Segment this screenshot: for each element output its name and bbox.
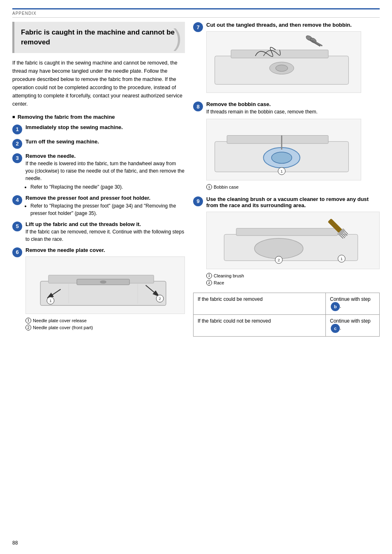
step-7-title: Cut out the tangled threads, and then re… xyxy=(206,22,352,28)
svg-text:1: 1 xyxy=(341,256,343,261)
step-3-body: If the needle is lowered into the fabric… xyxy=(25,160,185,182)
step-6-content: Remove the needle plate cover. xyxy=(25,247,185,332)
step-4-title: Remove the presser foot and presser foot… xyxy=(25,195,150,201)
table-action-2: Continue with step c. xyxy=(326,315,379,336)
step-9-title: Use the cleaning brush or a vacuum clean… xyxy=(206,196,369,208)
step-9-cap-1-circle: 1 xyxy=(206,273,212,279)
step-9-cap-1-text: Cleaning brush xyxy=(214,272,244,280)
step-9: 9 Use the cleaning brush or a vacuum cle… xyxy=(193,196,380,287)
intro-paragraph: If the fabric is caught in the sewing ma… xyxy=(12,59,185,108)
step-8-cap-text: Bobbin case xyxy=(214,184,239,191)
step-ref-b: b xyxy=(331,302,340,311)
step-6-badge: 6 xyxy=(12,247,22,257)
table-row-2: If the fabric could not be removed Conti… xyxy=(194,315,379,336)
decision-table: If the fabric could be removed Continue … xyxy=(193,293,380,337)
step-1-content: Immediately stop the sewing machine. xyxy=(25,124,185,130)
step-7-content: Cut out the tangled threads, and then re… xyxy=(206,22,361,96)
step-4: 4 Remove the presser foot and presser fo… xyxy=(12,195,185,217)
step-8-content: Remove the bobbin case. If threads remai… xyxy=(206,101,361,191)
step-9-cap-2-circle: 2 xyxy=(206,280,212,286)
svg-text:2: 2 xyxy=(159,296,161,301)
step-6-captions: 1 Needle plate cover release 2 Needle pl… xyxy=(25,317,185,332)
step-4-content: Remove the presser foot and presser foot… xyxy=(25,195,185,217)
cap-2-circle: 2 xyxy=(25,325,31,330)
step-9-cap-2-text: Race xyxy=(214,279,224,287)
appendix-label: APPENDIX xyxy=(12,11,380,18)
table-condition-1: If the fabric could be removed xyxy=(194,293,326,314)
svg-text:1: 1 xyxy=(49,298,51,303)
step-6-title: Remove the needle plate cover. xyxy=(25,247,105,253)
step-4-badge: 4 xyxy=(12,195,22,205)
step-3-bullet: Refer to "Replacing the needle" (page 30… xyxy=(30,183,185,191)
step-8-badge: 8 xyxy=(193,102,203,111)
page-number: 88 xyxy=(12,540,18,546)
cap-1-text: Needle plate cover release xyxy=(33,317,87,325)
table-action-1: Continue with step b. xyxy=(326,293,379,314)
page-title: Fabric is caught in the machine and cann… xyxy=(21,28,178,47)
step-9-captions: 1 Cleaning brush 2 Race xyxy=(206,272,380,287)
step-2-badge: 2 xyxy=(12,139,22,149)
svg-rect-17 xyxy=(311,39,323,46)
step-3-title: Remove the needle. xyxy=(25,153,76,159)
svg-rect-21 xyxy=(227,135,328,143)
step-3-content: Remove the needle. If the needle is lowe… xyxy=(25,153,185,191)
step-8-body: If threads remain in the bobbin case, re… xyxy=(206,108,361,115)
step-8-diagram: 1 xyxy=(206,119,361,180)
title-box: Fabric is caught in the machine and cann… xyxy=(12,22,185,53)
svg-point-3 xyxy=(100,280,106,284)
step-1: 1 Immediately stop the sewing machine. xyxy=(12,124,185,134)
section-heading-text: Removing the fabric from the machine xyxy=(18,114,115,120)
step-6-diagram: 1 2 xyxy=(25,256,185,314)
step-8: 8 Remove the bobbin case. If threads rem… xyxy=(193,101,380,191)
step-9-content: Use the cleaning brush or a vacuum clean… xyxy=(206,196,380,287)
step-8-title: Remove the bobbin case. xyxy=(206,101,271,107)
step-1-title: Immediately stop the sewing machine. xyxy=(25,124,123,130)
step-9-diagram: 1 2 xyxy=(206,212,380,269)
section-heading: Removing the fabric from the machine xyxy=(12,114,185,120)
bracket-decoration: ) xyxy=(173,23,182,51)
step-3-badge: 3 xyxy=(12,153,22,163)
content-wrapper: Fabric is caught in the machine and cann… xyxy=(12,22,380,337)
top-bar xyxy=(12,8,380,9)
svg-text:1: 1 xyxy=(281,169,283,173)
step-6: 6 Remove the needle plate cover. xyxy=(12,247,185,332)
step-2-title: Turn off the sewing machine. xyxy=(25,138,99,145)
step-7: 7 Cut out the tangled threads, and then … xyxy=(193,22,380,96)
step-7-diagram xyxy=(206,31,361,93)
page: APPENDIX Fabric is caught in the machine… xyxy=(0,0,392,554)
step-3: 3 Remove the needle. If the needle is lo… xyxy=(12,153,185,191)
svg-text:2: 2 xyxy=(278,258,280,262)
step-5-content: Lift up the fabric and cut the threads b… xyxy=(25,221,185,243)
step-4-bullet: Refer to "Replacing the presser foot" (p… xyxy=(30,202,185,217)
svg-point-36 xyxy=(254,238,303,259)
svg-point-23 xyxy=(272,152,292,164)
step-8-cap-circle: 1 xyxy=(206,184,212,190)
step-1-badge: 1 xyxy=(12,125,22,134)
svg-rect-28 xyxy=(236,228,337,235)
step-8-caption: 1 Bobbin case xyxy=(206,184,361,191)
cap-2-text: Needle plate cover (front part) xyxy=(33,324,93,332)
step-5-badge: 5 xyxy=(12,222,22,231)
table-row-1: If the fabric could be removed Continue … xyxy=(194,293,379,315)
step-5: 5 Lift up the fabric and cut the threads… xyxy=(12,221,185,243)
step-2-content: Turn off the sewing machine. xyxy=(25,138,185,145)
step-2: 2 Turn off the sewing machine. xyxy=(12,138,185,149)
step-7-badge: 7 xyxy=(193,22,203,32)
step-5-title: Lift up the fabric and cut the threads b… xyxy=(25,221,141,227)
right-column: 7 Cut out the tangled threads, and then … xyxy=(193,22,380,337)
svg-point-19 xyxy=(276,65,288,72)
step-5-body: If the fabric can be removed, remove it.… xyxy=(25,228,185,243)
left-column: Fabric is caught in the machine and cann… xyxy=(12,22,185,337)
step-ref-c: c xyxy=(331,324,340,333)
table-condition-2: If the fabric could not be removed xyxy=(194,315,326,336)
step-9-badge: 9 xyxy=(193,196,203,206)
cap-1-circle: 1 xyxy=(25,318,31,323)
